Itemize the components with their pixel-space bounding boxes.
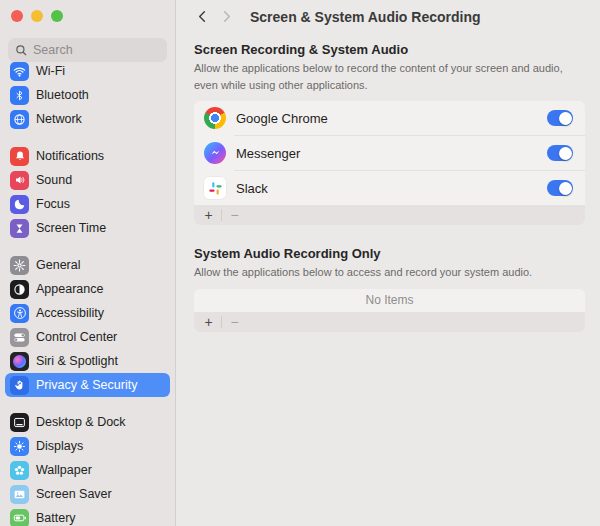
sidebar-nav: Wi-Fi Bluetooth Network bbox=[0, 62, 175, 526]
sidebar-item-battery[interactable]: Battery bbox=[5, 506, 170, 526]
section-system-audio-only: System Audio Recording Only Allow the ap… bbox=[194, 246, 585, 332]
wifi-icon bbox=[10, 62, 29, 81]
list-footer: + − bbox=[194, 205, 585, 225]
sidebar-group: Notifications Sound Focus bbox=[5, 144, 170, 240]
accessibility-icon bbox=[10, 304, 29, 323]
sidebar-item-screen-saver[interactable]: Screen Saver bbox=[5, 482, 170, 506]
flower-icon bbox=[10, 461, 29, 480]
gear-icon bbox=[10, 256, 29, 275]
sidebar-item-control-center[interactable]: Control Center bbox=[5, 325, 170, 349]
remove-app-button[interactable]: − bbox=[227, 205, 242, 225]
sidebar-item-label: Desktop & Dock bbox=[36, 415, 126, 429]
forward-icon[interactable] bbox=[219, 9, 234, 28]
sidebar-item-label: Wi-Fi bbox=[36, 64, 65, 78]
sidebar-item-privacy-security[interactable]: Privacy & Security bbox=[5, 373, 170, 397]
hand-icon bbox=[10, 376, 29, 395]
sidebar-item-wifi[interactable]: Wi-Fi bbox=[5, 62, 170, 83]
sidebar-item-label: Control Center bbox=[36, 330, 117, 344]
section-screen-recording: Screen Recording & System Audio Allow th… bbox=[194, 42, 585, 225]
sidebar-item-network[interactable]: Network bbox=[5, 107, 170, 131]
section-description: Allow the applications below to access a… bbox=[194, 264, 585, 281]
sidebar-item-label: General bbox=[36, 258, 80, 272]
sidebar-item-focus[interactable]: Focus bbox=[5, 192, 170, 216]
sidebar-group: Desktop & Dock Displays Wallpaper bbox=[5, 410, 170, 526]
sidebar-group: General Appearance Accessibility bbox=[5, 253, 170, 397]
globe-icon bbox=[10, 110, 29, 129]
app-row-slack: Slack bbox=[194, 171, 585, 205]
sidebar-item-label: Wallpaper bbox=[36, 463, 92, 477]
sidebar-item-label: Privacy & Security bbox=[36, 378, 137, 392]
app-name: Google Chrome bbox=[236, 111, 547, 126]
sidebar-item-appearance[interactable]: Appearance bbox=[5, 277, 170, 301]
section-title: System Audio Recording Only bbox=[194, 246, 585, 261]
footer-divider bbox=[221, 316, 222, 328]
app-name: Messenger bbox=[236, 146, 547, 161]
zoom-button[interactable] bbox=[51, 10, 63, 22]
toggle-slack[interactable] bbox=[547, 180, 573, 196]
window-controls bbox=[0, 0, 175, 30]
sidebar-item-label: Battery bbox=[36, 511, 76, 525]
toggle-messenger[interactable] bbox=[547, 145, 573, 161]
close-button[interactable] bbox=[11, 10, 23, 22]
section-title: Screen Recording & System Audio bbox=[194, 42, 585, 57]
system-settings-window: Wi-Fi Bluetooth Network bbox=[0, 0, 600, 526]
dock-icon bbox=[10, 413, 29, 432]
remove-app-button[interactable]: − bbox=[227, 312, 242, 332]
sidebar-item-label: Accessibility bbox=[36, 306, 104, 320]
sidebar-item-label: Network bbox=[36, 112, 82, 126]
screensaver-icon bbox=[10, 485, 29, 504]
add-app-button[interactable]: + bbox=[201, 205, 216, 225]
toggle-google-chrome[interactable] bbox=[547, 110, 573, 126]
hourglass-icon bbox=[10, 219, 29, 238]
battery-icon bbox=[10, 509, 29, 526]
app-row-messenger: Messenger bbox=[194, 136, 585, 170]
speaker-icon bbox=[10, 171, 29, 190]
sidebar-item-bluetooth[interactable]: Bluetooth bbox=[5, 83, 170, 107]
appearance-icon bbox=[10, 280, 29, 299]
sidebar-item-wallpaper[interactable]: Wallpaper bbox=[5, 458, 170, 482]
page-title: Screen & System Audio Recording bbox=[250, 9, 481, 25]
moon-icon bbox=[10, 195, 29, 214]
sidebar-item-screen-time[interactable]: Screen Time bbox=[5, 216, 170, 240]
sidebar-item-label: Siri & Spotlight bbox=[36, 354, 118, 368]
sun-icon bbox=[10, 437, 29, 456]
magnifier-icon bbox=[15, 43, 28, 61]
add-app-button[interactable]: + bbox=[201, 312, 216, 332]
sidebar-group: Wi-Fi Bluetooth Network bbox=[5, 62, 170, 131]
content-pane: Screen & System Audio Recording Screen R… bbox=[176, 0, 600, 526]
bluetooth-icon bbox=[10, 86, 29, 105]
empty-app-list: No Items + − bbox=[194, 289, 585, 332]
sidebar-item-label: Appearance bbox=[36, 282, 103, 296]
sidebar-item-label: Screen Time bbox=[36, 221, 106, 235]
list-footer: + − bbox=[194, 312, 585, 332]
app-name: Slack bbox=[236, 181, 547, 196]
search-field bbox=[8, 38, 167, 62]
sidebar-item-label: Sound bbox=[36, 173, 72, 187]
messenger-icon bbox=[204, 142, 226, 164]
app-list: Google Chrome Messenger bbox=[194, 101, 585, 225]
sidebar: Wi-Fi Bluetooth Network bbox=[0, 0, 176, 526]
sidebar-item-general[interactable]: General bbox=[5, 253, 170, 277]
no-items-label: No Items bbox=[194, 289, 585, 312]
sidebar-item-label: Displays bbox=[36, 439, 83, 453]
sidebar-item-label: Bluetooth bbox=[36, 88, 89, 102]
sidebar-item-desktop-dock[interactable]: Desktop & Dock bbox=[5, 410, 170, 434]
slack-icon bbox=[204, 177, 226, 199]
sidebar-item-label: Focus bbox=[36, 197, 70, 211]
bell-icon bbox=[10, 147, 29, 166]
section-description: Allow the applications below to record t… bbox=[194, 60, 585, 93]
minimize-button[interactable] bbox=[31, 10, 43, 22]
search-input[interactable] bbox=[8, 38, 167, 62]
sidebar-item-siri-spotlight[interactable]: Siri & Spotlight bbox=[5, 349, 170, 373]
content-body: Screen Recording & System Audio Allow th… bbox=[176, 34, 600, 332]
control-center-icon bbox=[10, 328, 29, 347]
sidebar-item-sound[interactable]: Sound bbox=[5, 168, 170, 192]
back-icon[interactable] bbox=[195, 9, 210, 28]
sidebar-item-label: Notifications bbox=[36, 149, 104, 163]
siri-icon bbox=[10, 352, 29, 371]
sidebar-item-displays[interactable]: Displays bbox=[5, 434, 170, 458]
sidebar-item-notifications[interactable]: Notifications bbox=[5, 144, 170, 168]
app-row-google-chrome: Google Chrome bbox=[194, 101, 585, 135]
chrome-icon bbox=[204, 107, 226, 129]
sidebar-item-accessibility[interactable]: Accessibility bbox=[5, 301, 170, 325]
